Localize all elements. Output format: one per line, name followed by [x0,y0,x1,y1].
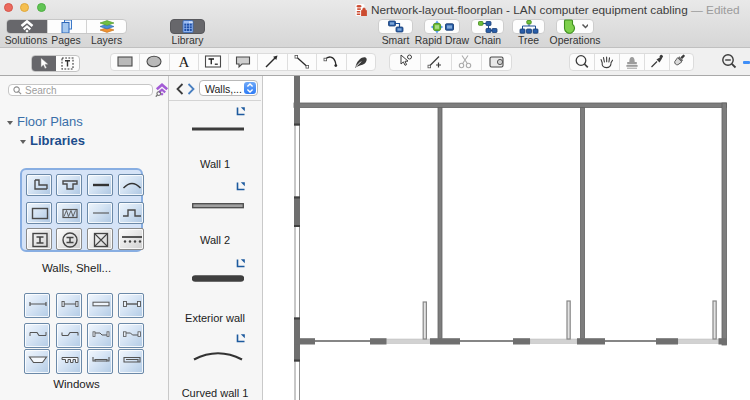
svg-text:A: A [178,53,189,69]
